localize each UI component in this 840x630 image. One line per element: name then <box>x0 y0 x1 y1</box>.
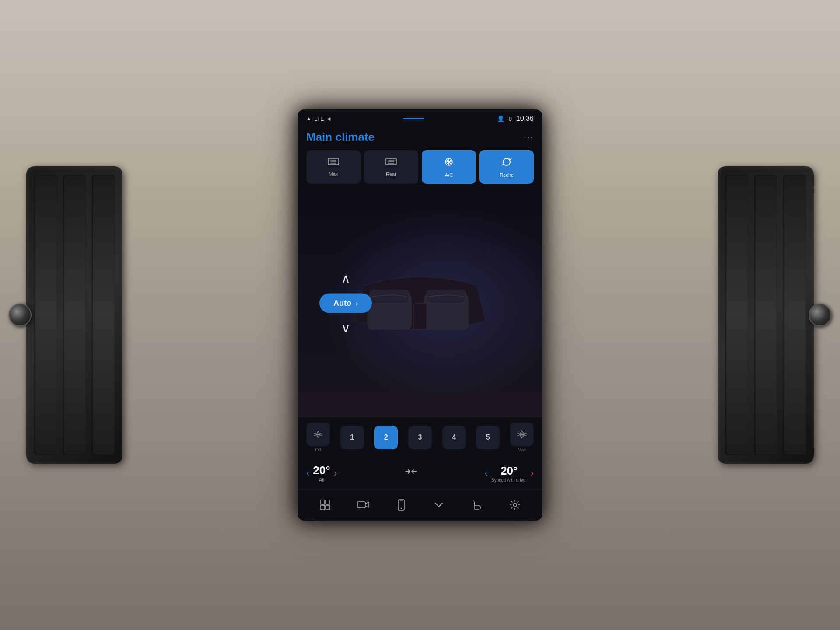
vent-slot-5 <box>754 175 777 455</box>
rear-icon <box>385 157 397 169</box>
left-temp-label: All <box>313 477 330 483</box>
more-options-button[interactable]: ··· <box>524 132 534 142</box>
vent-slot-1 <box>34 175 57 455</box>
recirc-label: Recirc <box>500 172 513 178</box>
user-count: 0 <box>509 116 512 122</box>
auto-chevron-right: › <box>356 299 358 307</box>
fan-speed-row: Off 1 2 3 4 5 Max <box>298 417 542 458</box>
left-temp-increase-button[interactable]: › <box>334 468 337 479</box>
nav-home-button[interactable] <box>315 495 335 514</box>
right-vent-knob[interactable] <box>808 304 831 326</box>
right-temp-display: 20° Synced with driver <box>491 464 527 483</box>
left-temp-display: 20° All <box>313 464 330 483</box>
svg-point-13 <box>448 161 450 163</box>
max-icon <box>327 157 340 169</box>
nav-phone-button[interactable] <box>392 495 411 514</box>
quick-buttons-row: Max Rear <box>298 150 542 189</box>
vent-slot-6 <box>783 175 806 455</box>
right-temp-value: 20° <box>500 464 518 477</box>
signal-direction: ◀ <box>327 116 330 122</box>
screen-header: Main climate ··· <box>298 126 542 150</box>
svg-point-20 <box>521 434 523 436</box>
fan-down-button[interactable]: ∨ <box>341 321 350 336</box>
left-vent-knob[interactable] <box>9 304 32 326</box>
svg-rect-0 <box>328 158 339 164</box>
left-temp-section: ‹ 20° All › <box>306 464 337 483</box>
vent-slot-4 <box>725 175 748 455</box>
clock: 10:36 <box>516 115 534 122</box>
signal-icon: ▲ <box>306 116 312 122</box>
fan-speed-4-button[interactable]: 4 <box>442 426 466 449</box>
user-icon: 👤 <box>497 115 504 122</box>
left-vent <box>26 166 122 464</box>
page-title: Main climate <box>306 130 374 144</box>
svg-rect-15 <box>370 290 409 303</box>
right-temp-label: Synced with driver <box>491 478 527 483</box>
auto-label: Auto <box>333 299 351 308</box>
signal-label: LTE <box>314 116 324 122</box>
right-temp-increase-button[interactable]: › <box>531 468 534 479</box>
max-label: Max <box>329 172 338 177</box>
svg-rect-25 <box>357 502 365 508</box>
svg-rect-18 <box>413 303 427 329</box>
recirc-button[interactable]: Recirc <box>480 150 534 184</box>
status-left: ▲ LTE ◀ <box>306 116 330 122</box>
svg-point-29 <box>513 503 517 507</box>
vent-slot-2 <box>63 175 86 455</box>
nav-settings-button[interactable] <box>505 495 525 514</box>
ac-label: A/C <box>445 172 453 178</box>
sync-button[interactable] <box>404 466 418 480</box>
recirc-icon <box>501 156 512 170</box>
auto-button[interactable]: Auto › <box>319 294 372 313</box>
bottom-nav <box>298 489 542 521</box>
nav-camera-button[interactable] <box>354 495 373 514</box>
svg-rect-4 <box>386 158 396 164</box>
fan-off-button[interactable] <box>306 423 330 446</box>
fan-max-label: Max <box>518 448 526 452</box>
status-right: 👤 0 10:36 <box>497 115 534 122</box>
nav-collapse-button[interactable] <box>429 495 448 514</box>
svg-rect-17 <box>427 290 466 303</box>
temperature-row: ‹ 20° All › ‹ 20° Synced with dri <box>298 458 542 489</box>
max-button[interactable]: Max <box>306 150 360 184</box>
fan-speed-1-button[interactable]: 1 <box>340 426 364 449</box>
svg-point-27 <box>400 508 402 509</box>
rear-label: Rear <box>386 172 396 177</box>
fan-max-button[interactable] <box>510 423 534 446</box>
svg-rect-21 <box>320 500 325 504</box>
fan-off-label: Off <box>315 448 321 452</box>
left-temp-value: 20° <box>313 464 330 477</box>
fan-max-wrap: Max <box>510 423 534 452</box>
nav-seat-button[interactable] <box>467 495 486 514</box>
left-temp-decrease-button[interactable]: ‹ <box>306 468 309 479</box>
ac-icon <box>443 156 455 170</box>
status-indicator <box>402 118 424 119</box>
ac-button[interactable]: A/C <box>422 150 476 184</box>
svg-rect-22 <box>326 500 330 504</box>
rear-button[interactable]: Rear <box>364 150 418 184</box>
fan-speed-3-button[interactable]: 3 <box>408 426 432 449</box>
fan-off-wrap: Off <box>306 423 330 452</box>
right-temp-section: ‹ 20° Synced with driver › <box>485 464 534 483</box>
vent-slot-3 <box>92 175 115 455</box>
status-bar: ▲ LTE ◀ 👤 0 10:36 <box>298 109 542 126</box>
fan-control-overlay: ∧ Auto › ∨ <box>319 271 372 336</box>
svg-rect-23 <box>320 505 325 510</box>
center-screen: ▲ LTE ◀ 👤 0 10:36 Main climate ··· <box>298 109 542 521</box>
right-vent <box>718 166 814 464</box>
dashboard: ▲ LTE ◀ 👤 0 10:36 Main climate ··· <box>0 0 840 630</box>
right-temp-decrease-button[interactable]: ‹ <box>485 468 488 479</box>
car-visualization: ∧ Auto › ∨ <box>298 189 542 417</box>
fan-up-button[interactable]: ∧ <box>341 271 350 286</box>
svg-point-19 <box>317 434 319 435</box>
fan-speed-2-button[interactable]: 2 <box>374 426 398 449</box>
svg-rect-24 <box>326 505 330 510</box>
fan-speed-5-button[interactable]: 5 <box>476 426 500 449</box>
